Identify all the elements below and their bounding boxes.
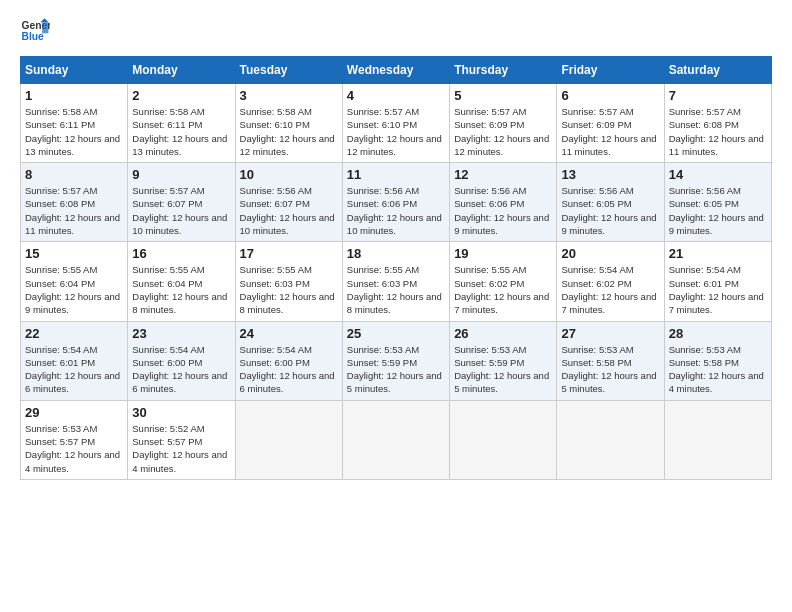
day-number: 5 [454, 88, 552, 103]
day-number: 13 [561, 167, 659, 182]
calendar-day-cell: 12Sunrise: 5:56 AMSunset: 6:06 PMDayligh… [450, 163, 557, 242]
calendar-week-row: 22Sunrise: 5:54 AMSunset: 6:01 PMDayligh… [21, 321, 772, 400]
day-number: 22 [25, 326, 123, 341]
calendar-day-cell: 14Sunrise: 5:56 AMSunset: 6:05 PMDayligh… [664, 163, 771, 242]
calendar-day-cell: 30Sunrise: 5:52 AMSunset: 5:57 PMDayligh… [128, 400, 235, 479]
calendar-day-cell: 16Sunrise: 5:55 AMSunset: 6:04 PMDayligh… [128, 242, 235, 321]
page: General Blue SundayMondayTuesdayWednesda… [0, 0, 792, 612]
day-number: 27 [561, 326, 659, 341]
day-info: Sunrise: 5:54 AMSunset: 6:01 PMDaylight:… [25, 343, 123, 396]
calendar-week-row: 1Sunrise: 5:58 AMSunset: 6:11 PMDaylight… [21, 84, 772, 163]
calendar-day-cell: 10Sunrise: 5:56 AMSunset: 6:07 PMDayligh… [235, 163, 342, 242]
day-number: 10 [240, 167, 338, 182]
weekday-header: Wednesday [342, 57, 449, 84]
weekday-header: Friday [557, 57, 664, 84]
day-info: Sunrise: 5:53 AMSunset: 5:59 PMDaylight:… [347, 343, 445, 396]
calendar-day-cell: 26Sunrise: 5:53 AMSunset: 5:59 PMDayligh… [450, 321, 557, 400]
day-info: Sunrise: 5:54 AMSunset: 6:02 PMDaylight:… [561, 263, 659, 316]
calendar-day-cell: 4Sunrise: 5:57 AMSunset: 6:10 PMDaylight… [342, 84, 449, 163]
weekday-header: Tuesday [235, 57, 342, 84]
calendar-header-row: SundayMondayTuesdayWednesdayThursdayFrid… [21, 57, 772, 84]
day-info: Sunrise: 5:56 AMSunset: 6:05 PMDaylight:… [561, 184, 659, 237]
day-info: Sunrise: 5:54 AMSunset: 6:00 PMDaylight:… [132, 343, 230, 396]
day-info: Sunrise: 5:54 AMSunset: 6:00 PMDaylight:… [240, 343, 338, 396]
day-number: 23 [132, 326, 230, 341]
day-info: Sunrise: 5:58 AMSunset: 6:10 PMDaylight:… [240, 105, 338, 158]
day-info: Sunrise: 5:54 AMSunset: 6:01 PMDaylight:… [669, 263, 767, 316]
calendar-day-cell: 22Sunrise: 5:54 AMSunset: 6:01 PMDayligh… [21, 321, 128, 400]
day-info: Sunrise: 5:55 AMSunset: 6:03 PMDaylight:… [240, 263, 338, 316]
calendar-day-cell [664, 400, 771, 479]
calendar-day-cell: 15Sunrise: 5:55 AMSunset: 6:04 PMDayligh… [21, 242, 128, 321]
day-number: 16 [132, 246, 230, 261]
day-number: 12 [454, 167, 552, 182]
calendar-day-cell: 13Sunrise: 5:56 AMSunset: 6:05 PMDayligh… [557, 163, 664, 242]
day-info: Sunrise: 5:57 AMSunset: 6:07 PMDaylight:… [132, 184, 230, 237]
weekday-header: Monday [128, 57, 235, 84]
calendar-day-cell: 24Sunrise: 5:54 AMSunset: 6:00 PMDayligh… [235, 321, 342, 400]
day-info: Sunrise: 5:58 AMSunset: 6:11 PMDaylight:… [25, 105, 123, 158]
calendar-week-row: 15Sunrise: 5:55 AMSunset: 6:04 PMDayligh… [21, 242, 772, 321]
day-info: Sunrise: 5:52 AMSunset: 5:57 PMDaylight:… [132, 422, 230, 475]
day-number: 18 [347, 246, 445, 261]
day-info: Sunrise: 5:57 AMSunset: 6:09 PMDaylight:… [454, 105, 552, 158]
calendar-day-cell: 21Sunrise: 5:54 AMSunset: 6:01 PMDayligh… [664, 242, 771, 321]
day-info: Sunrise: 5:57 AMSunset: 6:08 PMDaylight:… [25, 184, 123, 237]
svg-text:Blue: Blue [22, 31, 45, 42]
day-number: 25 [347, 326, 445, 341]
calendar-day-cell: 25Sunrise: 5:53 AMSunset: 5:59 PMDayligh… [342, 321, 449, 400]
calendar-day-cell: 1Sunrise: 5:58 AMSunset: 6:11 PMDaylight… [21, 84, 128, 163]
day-info: Sunrise: 5:57 AMSunset: 6:08 PMDaylight:… [669, 105, 767, 158]
day-info: Sunrise: 5:53 AMSunset: 5:59 PMDaylight:… [454, 343, 552, 396]
calendar-table: SundayMondayTuesdayWednesdayThursdayFrid… [20, 56, 772, 480]
day-number: 19 [454, 246, 552, 261]
day-number: 20 [561, 246, 659, 261]
day-info: Sunrise: 5:56 AMSunset: 6:05 PMDaylight:… [669, 184, 767, 237]
calendar-body: 1Sunrise: 5:58 AMSunset: 6:11 PMDaylight… [21, 84, 772, 480]
calendar-day-cell: 28Sunrise: 5:53 AMSunset: 5:58 PMDayligh… [664, 321, 771, 400]
day-number: 14 [669, 167, 767, 182]
day-info: Sunrise: 5:55 AMSunset: 6:04 PMDaylight:… [132, 263, 230, 316]
day-info: Sunrise: 5:53 AMSunset: 5:58 PMDaylight:… [561, 343, 659, 396]
calendar-day-cell [450, 400, 557, 479]
calendar-day-cell: 27Sunrise: 5:53 AMSunset: 5:58 PMDayligh… [557, 321, 664, 400]
day-number: 15 [25, 246, 123, 261]
day-number: 24 [240, 326, 338, 341]
weekday-header: Thursday [450, 57, 557, 84]
day-info: Sunrise: 5:56 AMSunset: 6:06 PMDaylight:… [347, 184, 445, 237]
day-info: Sunrise: 5:55 AMSunset: 6:04 PMDaylight:… [25, 263, 123, 316]
svg-marker-2 [42, 22, 48, 33]
weekday-header: Saturday [664, 57, 771, 84]
calendar-day-cell: 3Sunrise: 5:58 AMSunset: 6:10 PMDaylight… [235, 84, 342, 163]
calendar-day-cell: 8Sunrise: 5:57 AMSunset: 6:08 PMDaylight… [21, 163, 128, 242]
calendar-day-cell: 23Sunrise: 5:54 AMSunset: 6:00 PMDayligh… [128, 321, 235, 400]
logo-icon: General Blue [20, 16, 50, 46]
calendar-day-cell [235, 400, 342, 479]
day-info: Sunrise: 5:56 AMSunset: 6:06 PMDaylight:… [454, 184, 552, 237]
day-number: 28 [669, 326, 767, 341]
day-number: 7 [669, 88, 767, 103]
calendar-day-cell [557, 400, 664, 479]
day-number: 21 [669, 246, 767, 261]
calendar-week-row: 29Sunrise: 5:53 AMSunset: 5:57 PMDayligh… [21, 400, 772, 479]
day-number: 4 [347, 88, 445, 103]
calendar-day-cell: 29Sunrise: 5:53 AMSunset: 5:57 PMDayligh… [21, 400, 128, 479]
calendar-day-cell: 6Sunrise: 5:57 AMSunset: 6:09 PMDaylight… [557, 84, 664, 163]
day-number: 17 [240, 246, 338, 261]
calendar-day-cell: 7Sunrise: 5:57 AMSunset: 6:08 PMDaylight… [664, 84, 771, 163]
calendar-day-cell: 20Sunrise: 5:54 AMSunset: 6:02 PMDayligh… [557, 242, 664, 321]
day-info: Sunrise: 5:57 AMSunset: 6:09 PMDaylight:… [561, 105, 659, 158]
day-number: 3 [240, 88, 338, 103]
day-number: 2 [132, 88, 230, 103]
day-number: 30 [132, 405, 230, 420]
day-info: Sunrise: 5:53 AMSunset: 5:57 PMDaylight:… [25, 422, 123, 475]
header: General Blue [20, 16, 772, 46]
calendar-day-cell: 5Sunrise: 5:57 AMSunset: 6:09 PMDaylight… [450, 84, 557, 163]
day-info: Sunrise: 5:57 AMSunset: 6:10 PMDaylight:… [347, 105, 445, 158]
day-info: Sunrise: 5:58 AMSunset: 6:11 PMDaylight:… [132, 105, 230, 158]
calendar-day-cell: 19Sunrise: 5:55 AMSunset: 6:02 PMDayligh… [450, 242, 557, 321]
day-info: Sunrise: 5:55 AMSunset: 6:02 PMDaylight:… [454, 263, 552, 316]
calendar-day-cell: 17Sunrise: 5:55 AMSunset: 6:03 PMDayligh… [235, 242, 342, 321]
day-info: Sunrise: 5:55 AMSunset: 6:03 PMDaylight:… [347, 263, 445, 316]
day-number: 1 [25, 88, 123, 103]
